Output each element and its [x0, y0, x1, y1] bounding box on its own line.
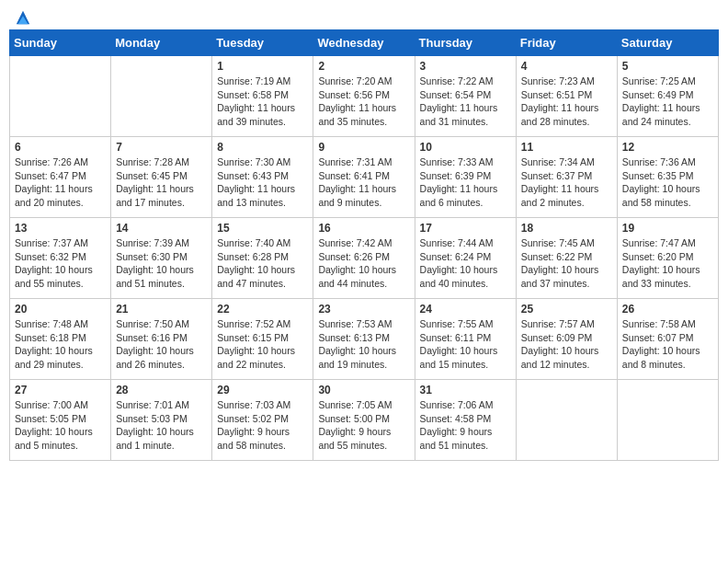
day-number: 10: [420, 141, 511, 154]
logo-icon: [15, 9, 31, 26]
calendar-cell: 19Sunrise: 7:47 AM Sunset: 6:20 PM Dayli…: [617, 218, 718, 299]
day-info: Sunrise: 7:03 AM Sunset: 5:02 PM Dayligh…: [217, 398, 308, 453]
calendar-day-header: Saturday: [617, 30, 718, 56]
day-number: 21: [116, 303, 207, 316]
day-number: 29: [217, 384, 308, 396]
day-number: 14: [116, 222, 207, 235]
page-header: [9, 9, 719, 22]
day-number: 3: [420, 60, 511, 73]
calendar-cell: [10, 56, 111, 137]
day-info: Sunrise: 7:53 AM Sunset: 6:13 PM Dayligh…: [318, 317, 409, 372]
calendar-cell: 25Sunrise: 7:57 AM Sunset: 6:09 PM Dayli…: [516, 299, 617, 380]
day-number: 4: [521, 60, 612, 73]
day-info: Sunrise: 7:01 AM Sunset: 5:03 PM Dayligh…: [116, 398, 207, 453]
day-info: Sunrise: 7:44 AM Sunset: 6:24 PM Dayligh…: [420, 236, 511, 291]
day-info: Sunrise: 7:34 AM Sunset: 6:37 PM Dayligh…: [521, 155, 612, 210]
calendar-day-header: Friday: [516, 30, 617, 56]
calendar-week-row: 13Sunrise: 7:37 AM Sunset: 6:32 PM Dayli…: [10, 218, 719, 299]
day-info: Sunrise: 7:58 AM Sunset: 6:07 PM Dayligh…: [622, 317, 713, 372]
day-number: 11: [521, 141, 612, 154]
calendar-cell: 15Sunrise: 7:40 AM Sunset: 6:28 PM Dayli…: [212, 218, 313, 299]
calendar-cell: 23Sunrise: 7:53 AM Sunset: 6:13 PM Dayli…: [313, 299, 415, 380]
calendar-cell: 18Sunrise: 7:45 AM Sunset: 6:22 PM Dayli…: [516, 218, 617, 299]
day-info: Sunrise: 7:37 AM Sunset: 6:32 PM Dayligh…: [15, 236, 106, 291]
day-info: Sunrise: 7:57 AM Sunset: 6:09 PM Dayligh…: [521, 317, 612, 372]
calendar-cell: 5Sunrise: 7:25 AM Sunset: 6:49 PM Daylig…: [617, 56, 718, 137]
calendar-cell: 2Sunrise: 7:20 AM Sunset: 6:56 PM Daylig…: [313, 56, 415, 137]
day-number: 24: [420, 303, 511, 316]
day-number: 5: [622, 60, 713, 73]
day-number: 16: [318, 222, 409, 235]
calendar-cell: 12Sunrise: 7:36 AM Sunset: 6:35 PM Dayli…: [617, 137, 718, 218]
day-info: Sunrise: 7:25 AM Sunset: 6:49 PM Dayligh…: [622, 75, 713, 129]
calendar-cell: 11Sunrise: 7:34 AM Sunset: 6:37 PM Dayli…: [516, 137, 617, 218]
day-number: 6: [15, 141, 106, 154]
day-info: Sunrise: 7:19 AM Sunset: 6:58 PM Dayligh…: [217, 75, 308, 129]
calendar-cell: 3Sunrise: 7:22 AM Sunset: 6:54 PM Daylig…: [415, 56, 516, 137]
calendar-cell: 1Sunrise: 7:19 AM Sunset: 6:58 PM Daylig…: [212, 56, 313, 137]
calendar-cell: 27Sunrise: 7:00 AM Sunset: 5:05 PM Dayli…: [10, 380, 111, 461]
day-info: Sunrise: 7:48 AM Sunset: 6:18 PM Dayligh…: [15, 317, 106, 372]
day-info: Sunrise: 7:33 AM Sunset: 6:39 PM Dayligh…: [420, 155, 511, 210]
day-number: 7: [116, 141, 207, 154]
calendar-week-row: 20Sunrise: 7:48 AM Sunset: 6:18 PM Dayli…: [10, 299, 719, 380]
calendar-cell: 17Sunrise: 7:44 AM Sunset: 6:24 PM Dayli…: [415, 218, 516, 299]
day-number: 19: [622, 222, 713, 235]
day-number: 31: [420, 384, 511, 396]
calendar-cell: 6Sunrise: 7:26 AM Sunset: 6:47 PM Daylig…: [10, 137, 111, 218]
day-number: 17: [420, 222, 511, 235]
day-number: 2: [318, 60, 409, 73]
calendar-day-header: Wednesday: [313, 30, 415, 56]
calendar-cell: 20Sunrise: 7:48 AM Sunset: 6:18 PM Dayli…: [10, 299, 111, 380]
calendar-cell: 9Sunrise: 7:31 AM Sunset: 6:41 PM Daylig…: [313, 137, 415, 218]
day-number: 15: [217, 222, 308, 235]
day-info: Sunrise: 7:05 AM Sunset: 5:00 PM Dayligh…: [318, 398, 409, 453]
day-info: Sunrise: 7:26 AM Sunset: 6:47 PM Dayligh…: [15, 155, 106, 210]
calendar-cell: 4Sunrise: 7:23 AM Sunset: 6:51 PM Daylig…: [516, 56, 617, 137]
day-info: Sunrise: 7:39 AM Sunset: 6:30 PM Dayligh…: [116, 236, 207, 291]
calendar-cell: 16Sunrise: 7:42 AM Sunset: 6:26 PM Dayli…: [313, 218, 415, 299]
calendar-cell: 21Sunrise: 7:50 AM Sunset: 6:16 PM Dayli…: [111, 299, 212, 380]
calendar-cell: 31Sunrise: 7:06 AM Sunset: 4:58 PM Dayli…: [415, 380, 516, 461]
calendar-cell: 28Sunrise: 7:01 AM Sunset: 5:03 PM Dayli…: [111, 380, 212, 461]
calendar-cell: 7Sunrise: 7:28 AM Sunset: 6:45 PM Daylig…: [111, 137, 212, 218]
calendar-day-header: Sunday: [10, 30, 111, 56]
calendar-day-header: Monday: [111, 30, 212, 56]
day-number: 1: [217, 60, 308, 73]
calendar-week-row: 1Sunrise: 7:19 AM Sunset: 6:58 PM Daylig…: [10, 56, 719, 137]
calendar-cell: 10Sunrise: 7:33 AM Sunset: 6:39 PM Dayli…: [415, 137, 516, 218]
day-info: Sunrise: 7:52 AM Sunset: 6:15 PM Dayligh…: [217, 317, 308, 372]
calendar-header-row: SundayMondayTuesdayWednesdayThursdayFrid…: [10, 30, 719, 56]
logo: [13, 9, 31, 22]
day-info: Sunrise: 7:23 AM Sunset: 6:51 PM Dayligh…: [521, 75, 612, 129]
day-number: 25: [521, 303, 612, 316]
calendar-cell: 24Sunrise: 7:55 AM Sunset: 6:11 PM Dayli…: [415, 299, 516, 380]
day-number: 8: [217, 141, 308, 154]
calendar-cell: 14Sunrise: 7:39 AM Sunset: 6:30 PM Dayli…: [111, 218, 212, 299]
calendar-cell: [111, 56, 212, 137]
calendar-cell: [516, 380, 617, 461]
day-number: 12: [622, 141, 713, 154]
calendar-cell: 13Sunrise: 7:37 AM Sunset: 6:32 PM Dayli…: [10, 218, 111, 299]
calendar-day-header: Tuesday: [212, 30, 313, 56]
day-info: Sunrise: 7:42 AM Sunset: 6:26 PM Dayligh…: [318, 236, 409, 291]
day-info: Sunrise: 7:28 AM Sunset: 6:45 PM Dayligh…: [116, 155, 207, 210]
day-number: 30: [318, 384, 409, 396]
day-number: 27: [15, 384, 106, 396]
day-info: Sunrise: 7:55 AM Sunset: 6:11 PM Dayligh…: [420, 317, 511, 372]
day-info: Sunrise: 7:00 AM Sunset: 5:05 PM Dayligh…: [15, 398, 106, 453]
calendar-cell: 22Sunrise: 7:52 AM Sunset: 6:15 PM Dayli…: [212, 299, 313, 380]
calendar-week-row: 6Sunrise: 7:26 AM Sunset: 6:47 PM Daylig…: [10, 137, 719, 218]
day-number: 23: [318, 303, 409, 316]
day-number: 20: [15, 303, 106, 316]
day-info: Sunrise: 7:47 AM Sunset: 6:20 PM Dayligh…: [622, 236, 713, 291]
calendar-cell: 8Sunrise: 7:30 AM Sunset: 6:43 PM Daylig…: [212, 137, 313, 218]
day-info: Sunrise: 7:20 AM Sunset: 6:56 PM Dayligh…: [318, 75, 409, 129]
calendar-cell: 26Sunrise: 7:58 AM Sunset: 6:07 PM Dayli…: [617, 299, 718, 380]
day-info: Sunrise: 7:50 AM Sunset: 6:16 PM Dayligh…: [116, 317, 207, 372]
day-number: 26: [622, 303, 713, 316]
day-info: Sunrise: 7:06 AM Sunset: 4:58 PM Dayligh…: [420, 398, 511, 453]
calendar-cell: 30Sunrise: 7:05 AM Sunset: 5:00 PM Dayli…: [313, 380, 415, 461]
day-info: Sunrise: 7:31 AM Sunset: 6:41 PM Dayligh…: [318, 155, 409, 210]
day-info: Sunrise: 7:40 AM Sunset: 6:28 PM Dayligh…: [217, 236, 308, 291]
